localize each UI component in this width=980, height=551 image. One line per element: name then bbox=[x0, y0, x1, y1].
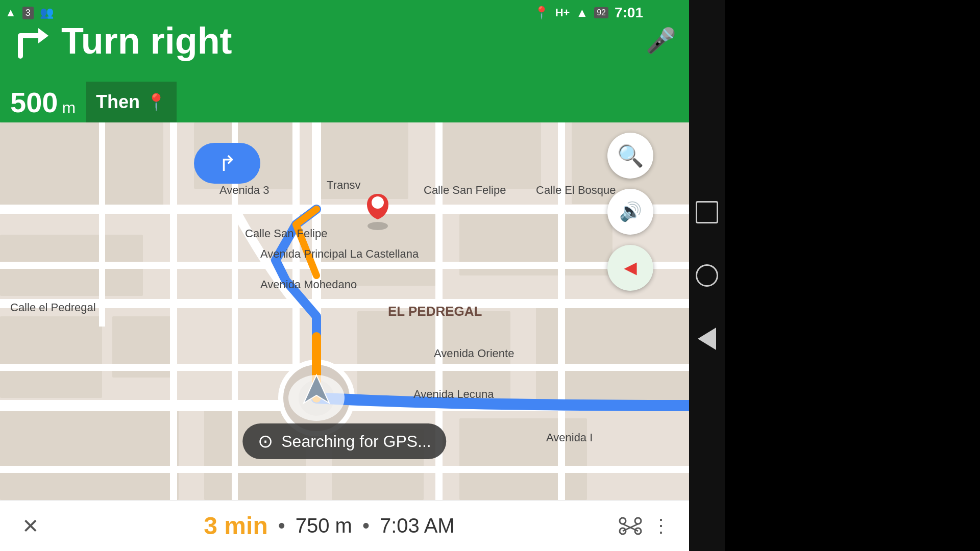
svg-rect-14 bbox=[0, 408, 179, 500]
trip-eta: 7:03 AM bbox=[380, 514, 455, 537]
back-button[interactable] bbox=[698, 328, 716, 350]
signal-icon: ▲ bbox=[576, 6, 588, 20]
turn-instruction-text: Turn right bbox=[61, 20, 643, 62]
recent-apps-button[interactable] bbox=[696, 201, 718, 223]
svg-rect-17 bbox=[459, 418, 587, 500]
svg-point-37 bbox=[620, 518, 626, 524]
search-icon: 🔍 bbox=[617, 143, 644, 168]
turn-button[interactable]: ↱ bbox=[194, 143, 260, 184]
svg-point-38 bbox=[635, 518, 641, 524]
svg-rect-2 bbox=[0, 122, 163, 214]
main-area: ▲ 3 👥 📍 H+ ▲ 92 7:01 Turn right 🎤 500 m … bbox=[0, 0, 689, 551]
mic-icon: 🎤 bbox=[646, 27, 676, 55]
mic-button[interactable]: 🎤 bbox=[643, 23, 679, 59]
more-options-button[interactable]: ⋮ bbox=[648, 508, 674, 544]
compass-button[interactable]: ◄ bbox=[607, 245, 653, 291]
route-options-icon bbox=[618, 516, 643, 536]
trip-duration: 3 min bbox=[204, 512, 267, 540]
svg-rect-12 bbox=[357, 311, 510, 403]
distance-badge: 500 m bbox=[0, 82, 86, 122]
home-button[interactable] bbox=[696, 264, 718, 287]
separator-2: • bbox=[362, 514, 370, 537]
gps-status-pill: ⊙ Searching for GPS... bbox=[242, 423, 446, 459]
svg-rect-5 bbox=[0, 316, 102, 398]
search-button[interactable]: 🔍 bbox=[607, 133, 653, 179]
compass-arrow-icon: ◄ bbox=[620, 256, 641, 280]
sub-navigation-strip: 500 m Then 📍 bbox=[0, 82, 689, 122]
nav-arrow-icon: ▲ bbox=[5, 6, 16, 19]
network-status: H+ bbox=[555, 6, 570, 19]
bottom-bar: ✕ 3 min • 750 m • 7:03 AM ⋮ bbox=[0, 500, 689, 551]
svg-rect-8 bbox=[439, 122, 541, 189]
sound-button[interactable]: 🔊 bbox=[607, 189, 653, 235]
turn-direction-icon bbox=[10, 20, 51, 61]
gps-status-text: Searching for GPS... bbox=[281, 432, 431, 451]
map-container[interactable]: Avenida 3 Transv Calle San Felipe Calle … bbox=[0, 122, 689, 500]
svg-point-35 bbox=[368, 222, 388, 230]
svg-rect-7 bbox=[316, 122, 408, 199]
distance-unit: m bbox=[62, 98, 76, 117]
svg-point-36 bbox=[372, 196, 384, 209]
svg-marker-0 bbox=[38, 28, 48, 43]
battery-indicator: 92 bbox=[594, 7, 608, 18]
close-icon: ✕ bbox=[22, 514, 39, 538]
status-bar: 📍 H+ ▲ 92 7:01 bbox=[534, 0, 653, 26]
separator-1: • bbox=[278, 514, 285, 537]
gps-icon: ⊙ bbox=[258, 431, 273, 452]
then-direction-icon: 📍 bbox=[146, 92, 166, 112]
route-options-button[interactable] bbox=[612, 508, 648, 544]
notification-3-icon: 3 bbox=[22, 7, 34, 19]
android-navigation-sidebar bbox=[689, 0, 725, 551]
trip-info: 3 min • 750 m • 7:03 AM bbox=[46, 512, 612, 540]
then-badge: Then 📍 bbox=[86, 82, 177, 122]
notification-bar: ▲ 3 👥 bbox=[0, 0, 102, 26]
more-options-icon: ⋮ bbox=[652, 515, 670, 537]
distance-number: 500 bbox=[10, 86, 58, 119]
close-navigation-button[interactable]: ✕ bbox=[15, 511, 46, 541]
sound-icon: 🔊 bbox=[619, 201, 642, 222]
turn-button-arrow-icon: ↱ bbox=[218, 151, 236, 176]
trip-distance: 750 m bbox=[296, 514, 352, 537]
location-status-icon: 📍 bbox=[534, 6, 549, 20]
then-label: Then bbox=[96, 91, 140, 113]
group-icon: 👥 bbox=[40, 6, 54, 19]
clock: 7:01 bbox=[615, 5, 643, 21]
